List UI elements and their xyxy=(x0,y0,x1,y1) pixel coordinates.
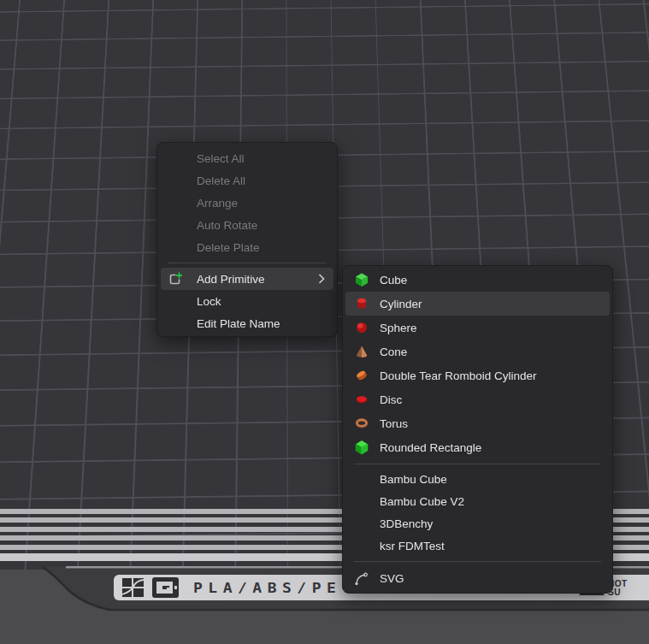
double-tear-romboid-cylinder-icon xyxy=(352,368,380,383)
menu-item-label: Select All xyxy=(197,152,245,165)
menu-item-label: Edit Plate Name xyxy=(197,317,280,330)
submenu-item-cube[interactable]: Cube xyxy=(345,268,610,292)
submenu-item-double-tear-romboid-cylinder[interactable]: Double Tear Romboid Cylinder xyxy=(345,363,610,387)
submenu-item-label: Double Tear Romboid Cylinder xyxy=(380,369,537,382)
menu-item-label: Arrange xyxy=(197,197,238,210)
submenu-item-cylinder[interactable]: Cylinder xyxy=(345,292,610,316)
submenu-item-label: Torus xyxy=(380,417,408,430)
cone-icon xyxy=(352,344,380,359)
submenu-item-rounded-rectangle[interactable]: Rounded Rectangle xyxy=(345,435,610,459)
submenu-item-cone[interactable]: Cone xyxy=(345,340,610,363)
menu-item-delete-plate: Delete Plate xyxy=(161,236,333,258)
menu-item-select-all: Select All xyxy=(161,147,333,169)
plate-brand-logo-icon xyxy=(121,577,145,598)
submenu-item-label: Cube xyxy=(380,274,407,287)
rounded-rectangle-icon xyxy=(352,440,380,455)
cylinder-icon xyxy=(352,296,380,311)
menu-item-edit-plate-name[interactable]: Edit Plate Name xyxy=(161,312,333,334)
menu-item-delete-all: Delete All xyxy=(161,169,333,192)
add-primitive-submenu: Cube Cylinder Sphere Cone xyxy=(342,265,613,594)
submenu-item-label: Sphere xyxy=(380,322,417,334)
chevron-right-icon xyxy=(318,274,325,284)
context-menu: Select All Delete All Arrange Auto Rotat… xyxy=(156,142,338,337)
submenu-item-torus[interactable]: Torus xyxy=(345,411,610,435)
menu-item-label: Delete All xyxy=(197,174,245,187)
svg-bezier-icon xyxy=(352,570,380,587)
menu-item-auto-rotate: Auto Rotate xyxy=(161,214,333,236)
disc-icon xyxy=(352,392,380,407)
submenu-item-bambu-cube[interactable]: Bambu Cube xyxy=(345,468,610,490)
menu-item-add-primitive[interactable]: Add Primitive xyxy=(161,268,333,290)
plate-maker-logo-icon xyxy=(152,577,179,598)
menu-item-label: Add Primitive xyxy=(197,273,265,286)
submenu-item-label: Cone xyxy=(380,346,407,358)
menu-item-label: Lock xyxy=(197,295,221,308)
submenu-item-label: Disc xyxy=(380,393,402,406)
menu-item-arrange: Arrange xyxy=(161,192,333,214)
submenu-item-ksr-fdmtest[interactable]: ksr FDMTest xyxy=(345,535,610,557)
cube-icon xyxy=(352,272,380,287)
menu-item-lock[interactable]: Lock xyxy=(161,290,333,312)
submenu-item-3dbenchy[interactable]: 3DBenchy xyxy=(345,512,610,535)
submenu-item-sphere[interactable]: Sphere xyxy=(345,316,610,340)
menu-item-label: Delete Plate xyxy=(197,241,260,254)
submenu-item-label: Bambu Cube xyxy=(380,473,447,486)
viewport-3d[interactable]: { "app": { "context": "3D slicer build-p… xyxy=(0,0,649,644)
submenu-item-disc[interactable]: Disc xyxy=(345,387,610,411)
submenu-item-bambu-cube-v2[interactable]: Bambu Cube V2 xyxy=(345,490,610,512)
menu-separator xyxy=(168,263,327,263)
submenu-separator xyxy=(354,464,601,464)
submenu-item-svg[interactable]: SVG xyxy=(345,565,610,591)
submenu-item-label: Bambu Cube V2 xyxy=(380,495,464,508)
sphere-icon xyxy=(352,320,380,335)
submenu-item-label: 3DBenchy xyxy=(380,517,433,530)
submenu-item-label: Cylinder xyxy=(380,298,422,310)
submenu-item-label: SVG xyxy=(380,572,404,585)
submenu-item-label: Rounded Rectangle xyxy=(380,441,481,454)
submenu-separator xyxy=(354,561,601,562)
add-primitive-icon xyxy=(168,271,197,287)
submenu-item-label: ksr FDMTest xyxy=(380,540,445,552)
menu-item-label: Auto Rotate xyxy=(197,219,257,232)
torus-icon xyxy=(352,416,380,431)
